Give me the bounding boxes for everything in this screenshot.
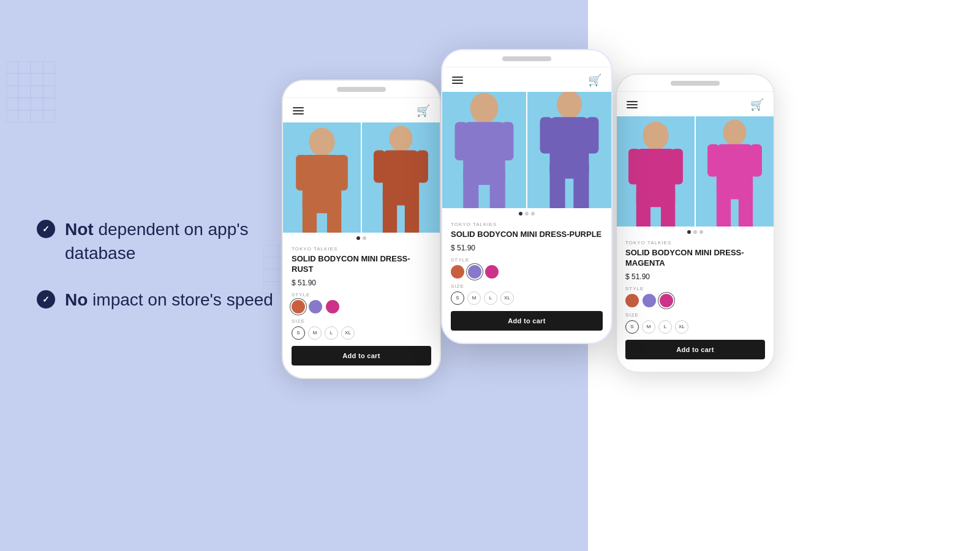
svg-rect-26 [303, 197, 317, 233]
dot-active-magenta [687, 230, 691, 234]
size-label-rust: SIZE [292, 318, 431, 324]
add-to-cart-magenta[interactable]: Add to cart [625, 340, 765, 359]
product-img-magenta-right [696, 116, 774, 227]
title-rust: SOLID BODYCON MINI DRESS-RUST [292, 254, 431, 275]
magenta-figure-1 [617, 116, 695, 227]
svg-rect-40 [463, 169, 478, 208]
svg-rect-38 [455, 122, 468, 160]
brand-rust: TOKYO TALKIES [292, 246, 431, 252]
dot-2-magenta [693, 230, 697, 234]
svg-rect-61 [717, 184, 731, 227]
svg-point-57 [723, 119, 746, 145]
size-xl-rust[interactable]: XL [341, 326, 355, 340]
magenta-figure-2 [696, 116, 774, 227]
size-l-purple[interactable]: L [484, 291, 497, 305]
sizes-rust: S M L XL [292, 326, 431, 340]
svg-rect-46 [586, 117, 599, 153]
svg-rect-24 [296, 155, 307, 190]
swatch-purple-purple[interactable] [468, 265, 481, 279]
phone-magenta-notch [617, 75, 774, 92]
svg-rect-62 [739, 184, 753, 227]
purple-figure-1 [442, 92, 526, 208]
price-magenta: $ 51.90 [625, 272, 765, 281]
dot-3-magenta [699, 230, 703, 234]
check-icon-1 [37, 220, 55, 238]
size-l-rust[interactable]: L [325, 326, 338, 340]
swatches-rust [292, 300, 431, 313]
svg-point-29 [389, 126, 412, 151]
brand-purple: TOKYO TALKIES [451, 222, 603, 227]
svg-rect-31 [374, 151, 385, 183]
style-label-purple: STYLE [451, 257, 603, 263]
rust-figure-2 [362, 122, 440, 233]
product-img-purple-right [527, 92, 611, 208]
notch-bar-rust [337, 87, 386, 92]
product-img-purple-left [442, 92, 526, 208]
svg-rect-41 [490, 169, 505, 208]
sizes-magenta: S M L XL [625, 320, 765, 334]
product-info-rust: TOKYO TALKIES SOLID BODYCON MINI DRESS-R… [283, 242, 440, 340]
swatch-purple-rust[interactable] [451, 265, 464, 279]
swatch-rust-purple[interactable] [309, 300, 322, 313]
svg-point-43 [557, 92, 582, 119]
hamburger-icon-magenta[interactable] [627, 101, 638, 108]
brand-magenta: TOKYO TALKIES [625, 240, 765, 246]
swatches-purple [451, 265, 603, 279]
swatch-rust-rust[interactable] [292, 300, 305, 313]
style-label-magenta: STYLE [625, 286, 765, 291]
sizes-purple: S M L XL [451, 291, 603, 305]
product-images-rust [283, 122, 440, 233]
svg-rect-27 [327, 197, 341, 233]
size-l-magenta[interactable]: L [658, 320, 672, 334]
cart-icon-purple[interactable]: 🛒 [588, 73, 601, 87]
product-img-rust-right [362, 122, 440, 233]
phone-purple-notch [442, 50, 611, 67]
dot-2-purple [525, 212, 529, 216]
size-s-purple[interactable]: S [451, 291, 464, 305]
svg-rect-33 [383, 190, 397, 233]
svg-rect-32 [417, 151, 428, 183]
phone-rust-notch [283, 81, 440, 98]
cart-icon-rust[interactable]: 🛒 [417, 104, 430, 118]
size-xl-purple[interactable]: XL [500, 291, 514, 305]
dot-indicators-rust [283, 233, 440, 242]
phone-purple-body: 🛒 [441, 49, 612, 344]
swatch-rust-magenta[interactable] [326, 300, 339, 313]
add-to-cart-rust[interactable]: Add to cart [292, 346, 431, 365]
product-info-magenta: TOKYO TALKIES SOLID BODYCON MINI DRESS-M… [617, 236, 774, 334]
svg-point-36 [470, 92, 499, 123]
size-m-purple[interactable]: M [467, 291, 481, 305]
phone-rust: 🛒 [282, 80, 441, 379]
phone-magenta-nav: 🛒 [617, 92, 774, 116]
phone-purple-nav: 🛒 [442, 67, 611, 92]
svg-rect-59 [707, 144, 719, 177]
size-xl-magenta[interactable]: XL [675, 320, 688, 334]
check-icon-2 [37, 290, 55, 309]
swatch-magenta-purple[interactable] [643, 294, 656, 307]
notch-bar-magenta [671, 81, 720, 86]
dot-3-purple [531, 212, 535, 216]
phone-rust-nav: 🛒 [283, 98, 440, 122]
size-s-rust[interactable]: S [292, 326, 305, 340]
notch-bar-purple [502, 56, 551, 61]
svg-point-22 [309, 128, 334, 157]
phone-magenta: 🛒 [616, 73, 775, 373]
size-m-rust[interactable]: M [308, 326, 322, 340]
swatch-magenta-rust[interactable] [625, 294, 639, 307]
price-purple: $ 51.90 [451, 244, 603, 252]
cart-icon-magenta[interactable]: 🛒 [750, 98, 764, 111]
size-label-purple: SIZE [451, 283, 603, 289]
grid-decoration-1 [6, 61, 55, 122]
swatch-purple-magenta[interactable] [485, 265, 499, 279]
dot-indicators-purple [442, 208, 611, 218]
size-s-magenta[interactable]: S [625, 320, 639, 334]
svg-rect-48 [573, 162, 589, 208]
hamburger-icon-purple[interactable] [452, 77, 463, 84]
add-to-cart-purple[interactable]: Add to cart [451, 311, 603, 331]
rust-figure-1 [283, 122, 361, 233]
svg-rect-60 [750, 144, 762, 177]
swatch-magenta-magenta[interactable] [660, 294, 673, 307]
hamburger-icon-rust[interactable] [293, 107, 304, 114]
phone-rust-body: 🛒 [282, 80, 441, 379]
size-m-magenta[interactable]: M [642, 320, 655, 334]
